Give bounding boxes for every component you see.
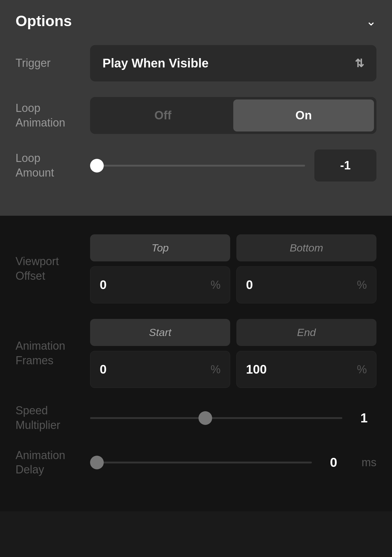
viewport-col-inputs: 0 % 0 % (90, 266, 376, 303)
animation-frames-label: Animation Frames (16, 339, 90, 368)
page-title: Options (16, 12, 72, 30)
delay-slider-row: 0 ms (90, 453, 376, 472)
loop-amount-slider-track (90, 165, 305, 167)
frames-start-value: 0 (100, 362, 107, 376)
loop-amount-slider-row: -1 (90, 150, 376, 182)
speed-slider-thumb[interactable] (198, 411, 212, 425)
section-header: Options ⌄ (16, 12, 376, 30)
speed-value: 1 (352, 411, 376, 426)
frames-end-input[interactable]: 100 % (236, 351, 376, 388)
viewport-bottom-value: 0 (246, 278, 253, 292)
delay-slider-track (90, 462, 312, 463)
animation-delay-label: Animation Delay (16, 448, 90, 477)
trigger-label: Trigger (16, 56, 90, 71)
loop-animation-toggle-group: Off On (90, 97, 376, 134)
loop-amount-control: -1 (90, 150, 376, 182)
speed-multiplier-row: Speed Multiplier 1 (16, 403, 376, 433)
trigger-value: Play When Visible (103, 56, 209, 70)
viewport-two-col: Top Bottom 0 % 0 % (90, 234, 376, 303)
viewport-top-tab[interactable]: Top (90, 234, 230, 261)
trigger-control: Play When Visible ⇅ (90, 45, 376, 81)
frames-end-unit: % (357, 363, 367, 376)
speed-slider-track (90, 417, 342, 419)
frames-col-headers: Start End (90, 319, 376, 346)
viewport-top-unit: % (211, 278, 221, 292)
frames-two-col: Start End 0 % 100 % (90, 319, 376, 388)
loop-amount-value[interactable]: -1 (314, 150, 376, 182)
trigger-row: Trigger Play When Visible ⇅ (16, 45, 376, 81)
frames-start-input[interactable]: 0 % (90, 351, 230, 388)
loop-amount-slider-container (90, 156, 305, 175)
speed-multiplier-control: 1 (90, 409, 376, 427)
delay-slider-thumb[interactable] (90, 456, 104, 469)
animation-frames-control: Start End 0 % 100 % (90, 319, 376, 388)
trigger-arrow-icon: ⇅ (355, 57, 364, 70)
viewport-offset-row: Viewport Offset Top Bottom 0 % 0 % (16, 234, 376, 303)
viewport-bottom-unit: % (357, 278, 367, 292)
viewport-col-headers: Top Bottom (90, 234, 376, 261)
loop-animation-label: Loop Animation (16, 101, 90, 130)
viewport-top-input[interactable]: 0 % (90, 266, 230, 303)
bottom-section: Viewport Offset Top Bottom 0 % 0 % (0, 216, 392, 511)
loop-off-button[interactable]: Off (93, 99, 233, 131)
delay-slider-container (90, 453, 312, 472)
loop-amount-label: Loop Amount (16, 151, 90, 180)
trigger-dropdown[interactable]: Play When Visible ⇅ (90, 45, 376, 81)
loop-on-button[interactable]: On (233, 99, 374, 131)
viewport-top-value: 0 (100, 278, 107, 292)
animation-delay-row: Animation Delay 0 ms (16, 448, 376, 477)
loop-animation-row: Loop Animation Off On (16, 97, 376, 134)
frames-col-inputs: 0 % 100 % (90, 351, 376, 388)
animation-frames-row: Animation Frames Start End 0 % 100 % (16, 319, 376, 388)
frames-start-tab[interactable]: Start (90, 319, 230, 346)
loop-amount-row: Loop Amount -1 (16, 150, 376, 182)
delay-unit: ms (362, 456, 376, 469)
loop-amount-slider-thumb[interactable] (90, 159, 104, 173)
loop-animation-control: Off On (90, 97, 376, 134)
viewport-offset-control: Top Bottom 0 % 0 % (90, 234, 376, 303)
frames-end-value: 100 (246, 362, 267, 376)
viewport-offset-label: Viewport Offset (16, 254, 90, 283)
frames-start-unit: % (211, 363, 221, 376)
viewport-bottom-tab[interactable]: Bottom (236, 234, 376, 261)
animation-delay-control: 0 ms (90, 453, 376, 472)
frames-end-tab[interactable]: End (236, 319, 376, 346)
speed-slider-container (90, 409, 342, 427)
chevron-down-icon[interactable]: ⌄ (366, 14, 376, 28)
viewport-bottom-input[interactable]: 0 % (236, 266, 376, 303)
options-section: Options ⌄ Trigger Play When Visible ⇅ Lo… (0, 0, 392, 216)
speed-slider-row: 1 (90, 409, 376, 427)
speed-multiplier-label: Speed Multiplier (16, 403, 90, 433)
delay-value: 0 (321, 455, 346, 470)
